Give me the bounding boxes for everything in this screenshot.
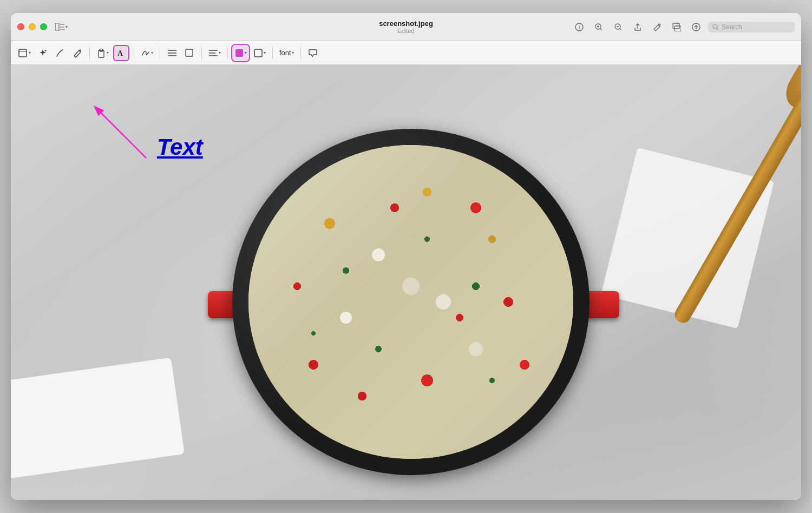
- svg-rect-22: [100, 49, 102, 50]
- shape-tool-button[interactable]: ▾: [16, 45, 33, 61]
- search-input[interactable]: [722, 23, 787, 31]
- titlebar-center: screenshot.jpeg Edited: [379, 19, 433, 34]
- crop-button[interactable]: [182, 45, 197, 61]
- share-button[interactable]: [630, 21, 645, 33]
- edit-button[interactable]: [650, 21, 665, 33]
- signature-button[interactable]: ▾: [139, 45, 155, 61]
- font-label: font: [279, 49, 291, 57]
- shape-fill-button[interactable]: ▾: [232, 45, 249, 61]
- svg-text:A: A: [117, 49, 123, 57]
- sidebar-toggle-button[interactable]: ▾: [54, 22, 69, 32]
- search-bar: [708, 22, 795, 32]
- text-tool-button[interactable]: A: [113, 45, 129, 61]
- image-content[interactable]: Text: [11, 65, 801, 500]
- svg-text:i: i: [579, 24, 580, 30]
- auto-enhance-button[interactable]: [35, 45, 50, 61]
- svg-rect-27: [186, 49, 193, 56]
- shape-tool-arrow: ▾: [29, 50, 31, 55]
- titlebar-right: i: [572, 21, 795, 33]
- main-window: ▾ screenshot.jpeg Edited i: [11, 13, 801, 500]
- zoom-in-button[interactable]: [591, 21, 606, 33]
- svg-line-12: [620, 29, 621, 30]
- clipboard-button[interactable]: ▾: [94, 45, 111, 61]
- separator-2: [134, 47, 134, 59]
- zoom-out-button[interactable]: [611, 21, 626, 33]
- svg-line-9: [600, 29, 602, 30]
- traffic-lights: [17, 23, 47, 30]
- pan-interior: [248, 145, 573, 459]
- maximize-button[interactable]: [40, 23, 47, 30]
- sketch-button[interactable]: [53, 45, 68, 61]
- svg-line-17: [717, 28, 718, 30]
- fill-color-arrow: ▾: [245, 50, 247, 55]
- stroke-arrow: ▾: [264, 50, 266, 55]
- svg-point-16: [713, 24, 717, 29]
- font-arrow: ▾: [292, 50, 294, 55]
- sidebar-toggle-arrow: ▾: [66, 24, 68, 29]
- text-align-button[interactable]: ▾: [206, 45, 223, 61]
- separator-5: [227, 47, 228, 59]
- filename-label: screenshot.jpeg: [379, 19, 433, 28]
- align-arrow: ▾: [219, 50, 221, 55]
- separator-7: [300, 47, 301, 59]
- pan: [224, 123, 603, 500]
- svg-rect-32: [254, 49, 262, 57]
- markup-button[interactable]: [689, 21, 704, 33]
- food-content: [248, 145, 573, 459]
- draw-button[interactable]: [70, 45, 85, 61]
- stroke-button[interactable]: ▾: [251, 45, 268, 61]
- svg-rect-0: [55, 23, 59, 31]
- window-button[interactable]: [669, 21, 684, 33]
- separator-6: [272, 47, 273, 59]
- minimize-button[interactable]: [29, 23, 36, 30]
- svg-rect-18: [19, 49, 27, 57]
- info-button[interactable]: i: [572, 21, 587, 33]
- signature-arrow: ▾: [151, 50, 153, 55]
- font-button[interactable]: font ▾: [277, 45, 296, 61]
- speech-bubble-button[interactable]: [305, 45, 320, 61]
- align-button[interactable]: [165, 45, 180, 61]
- titlebar: ▾ screenshot.jpeg Edited i: [11, 13, 801, 41]
- toolbar: ▾: [11, 41, 801, 65]
- separator-3: [160, 47, 160, 59]
- clipboard-arrow: ▾: [107, 50, 109, 55]
- text-annotation[interactable]: Text: [157, 134, 203, 160]
- svg-rect-31: [235, 49, 243, 57]
- separator-1: [89, 47, 90, 59]
- separator-4: [201, 47, 202, 59]
- edit-status-label: Edited: [379, 28, 433, 34]
- close-button[interactable]: [17, 23, 24, 30]
